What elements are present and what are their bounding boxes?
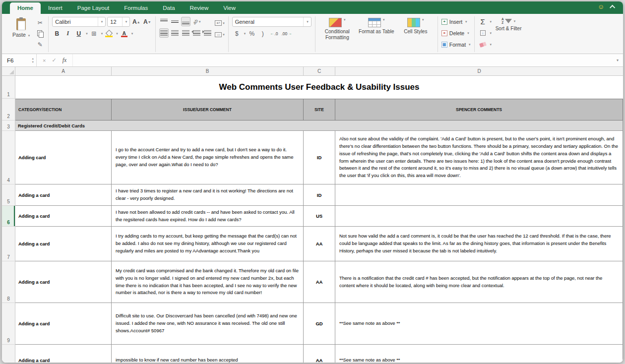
number-format-combo[interactable]: General ▾ bbox=[232, 17, 312, 27]
cut-icon[interactable]: ✂ bbox=[35, 18, 45, 27]
row-header-10[interactable]: 10 bbox=[2, 345, 15, 363]
grow-font-button[interactable]: A▲ bbox=[131, 17, 141, 27]
font-color-button[interactable]: A bbox=[120, 29, 129, 38]
tab-formulas[interactable]: Formulas bbox=[117, 2, 155, 14]
sort-filter-button[interactable]: AZ ▾ Sort & Filter bbox=[494, 17, 523, 31]
category-cell[interactable]: Adding a card bbox=[15, 184, 112, 206]
site-cell[interactable]: US bbox=[304, 206, 335, 227]
site-cell[interactable]: AA bbox=[304, 345, 335, 363]
column-header-b[interactable]: B bbox=[112, 67, 304, 75]
format-cells-button[interactable]: ▦ Format ▾ bbox=[441, 40, 471, 49]
sheet-title-cell[interactable]: Web Comments User Feedback & Usability I… bbox=[15, 76, 623, 99]
align-middle-button[interactable] bbox=[170, 17, 180, 26]
wrap-text-button[interactable]: ↩▾ bbox=[215, 18, 225, 28]
issue-cell[interactable]: I try adding cards to my account, but ke… bbox=[112, 227, 304, 261]
tab-home[interactable]: Home bbox=[10, 2, 41, 14]
accounting-dropdown-icon[interactable]: ▾ bbox=[244, 32, 246, 36]
accounting-format-button[interactable]: $ bbox=[232, 29, 242, 38]
percent-style-button[interactable]: % bbox=[247, 29, 256, 38]
tab-view[interactable]: View bbox=[216, 2, 243, 14]
site-cell[interactable]: GD bbox=[304, 303, 335, 345]
formula-bar-expand-icon[interactable]: ▾ bbox=[612, 54, 623, 66]
category-cell[interactable]: Adding a card bbox=[15, 303, 112, 345]
font-name-combo[interactable]: Calibri ▾ bbox=[52, 17, 106, 27]
format-painter-icon[interactable]: ✎ bbox=[35, 40, 45, 49]
underline-button[interactable]: U bbox=[74, 29, 83, 38]
category-cell[interactable]: Adding card bbox=[15, 131, 112, 184]
formula-input[interactable] bbox=[72, 54, 612, 66]
issue-cell[interactable]: I have tried 3 times to register a new c… bbox=[112, 184, 304, 206]
cancel-entry-icon[interactable]: × bbox=[43, 58, 46, 63]
merge-center-button[interactable]: ↔▾ bbox=[215, 30, 225, 39]
font-size-combo[interactable]: 12 ▾ bbox=[107, 17, 130, 27]
format-as-table-button[interactable]: ▾ Format as Table bbox=[358, 17, 395, 35]
site-cell[interactable]: AA bbox=[304, 261, 335, 303]
bold-button[interactable]: B bbox=[52, 29, 62, 38]
row-header-8[interactable]: 8 bbox=[2, 261, 15, 303]
comma-style-button[interactable]: ) bbox=[258, 29, 267, 38]
conditional-formatting-button[interactable]: ▾ Conditional Formatting bbox=[319, 17, 356, 41]
row-header-6-active[interactable]: 6 bbox=[2, 206, 15, 227]
comment-cell[interactable] bbox=[335, 206, 623, 227]
row-header-3[interactable]: 3 bbox=[2, 121, 15, 131]
row-header-4[interactable]: 4 bbox=[2, 131, 15, 184]
comment-cell[interactable] bbox=[335, 184, 623, 206]
align-right-button[interactable] bbox=[181, 28, 190, 38]
cell-styles-button[interactable]: ▾ Cell Styles bbox=[397, 17, 434, 35]
row-header-5[interactable]: 5 bbox=[2, 184, 15, 206]
site-cell[interactable]: ID bbox=[304, 131, 335, 184]
tab-data[interactable]: Data bbox=[155, 2, 182, 14]
tab-review[interactable]: Review bbox=[183, 2, 216, 14]
issue-cell[interactable]: Difficult site to use. Our Discovercard … bbox=[112, 303, 304, 345]
confirm-entry-icon[interactable]: ✓ bbox=[52, 57, 56, 63]
orientation-button[interactable]: ab▾ bbox=[192, 17, 201, 26]
comment-cell[interactable]: **See same note as above ** bbox=[335, 345, 623, 363]
tab-insert[interactable]: Insert bbox=[41, 2, 70, 14]
row-header-9[interactable]: 9 bbox=[2, 303, 15, 345]
fill-color-dropdown-icon[interactable]: ▾ bbox=[116, 32, 118, 36]
autosum-button[interactable]: Σ bbox=[478, 17, 488, 26]
paste-button[interactable]: Paste ▾ bbox=[9, 17, 33, 38]
decrease-indent-button[interactable] bbox=[192, 28, 201, 38]
borders-dropdown-icon[interactable]: ▾ bbox=[101, 32, 103, 36]
site-cell[interactable]: AA bbox=[304, 227, 335, 261]
fill-button[interactable]: ↓ bbox=[478, 28, 488, 38]
italic-button[interactable]: I bbox=[63, 29, 72, 38]
name-box-stepper[interactable]: ▲▼ bbox=[32, 57, 34, 63]
increase-decimal-button[interactable]: ←.0 bbox=[269, 31, 279, 36]
insert-function-icon[interactable]: fx bbox=[62, 57, 67, 64]
comment-cell[interactable]: There is a notification that the credit … bbox=[335, 261, 623, 303]
row-header-7[interactable]: 7 bbox=[2, 227, 15, 261]
header-cell-issue[interactable]: ISSUE/USER COMMENT bbox=[112, 99, 304, 121]
underline-dropdown-icon[interactable]: ▾ bbox=[86, 32, 88, 36]
header-cell-site[interactable]: SITE bbox=[304, 99, 335, 121]
issue-cell[interactable]: I have not been allowed to add credit ca… bbox=[112, 206, 304, 227]
shrink-font-button[interactable]: A▼ bbox=[142, 17, 152, 27]
comment-cell[interactable]: Not sure how valid the add a card commen… bbox=[335, 227, 623, 261]
align-left-button[interactable] bbox=[159, 28, 169, 38]
header-cell-category[interactable]: CATEGORY/SECTION bbox=[15, 99, 112, 121]
row-header-1[interactable]: 1 bbox=[2, 76, 15, 99]
site-cell[interactable]: ID bbox=[304, 184, 335, 206]
feedback-smiley-icon[interactable]: ☺ bbox=[598, 3, 604, 10]
align-center-button[interactable] bbox=[170, 28, 180, 38]
category-cell[interactable]: Adding a card bbox=[15, 227, 112, 261]
align-top-button[interactable] bbox=[159, 17, 169, 26]
comment-cell[interactable]: Also not sure about the validity of the … bbox=[335, 131, 623, 184]
fill-color-button[interactable] bbox=[104, 29, 114, 38]
copy-icon[interactable] bbox=[35, 29, 45, 38]
category-cell[interactable]: Adding a card bbox=[15, 206, 112, 227]
column-header-d[interactable]: D bbox=[335, 67, 623, 75]
select-all-corner[interactable] bbox=[2, 67, 15, 75]
issue-cell[interactable]: I go to the account Center and try to ad… bbox=[112, 131, 304, 184]
column-header-a[interactable]: A bbox=[15, 67, 112, 75]
issue-cell[interactable]: My credit card was compromised and the b… bbox=[112, 261, 304, 303]
issue-cell[interactable]: impossible to know if new card number ha… bbox=[112, 345, 304, 363]
row-header-2[interactable]: 2 bbox=[2, 99, 15, 121]
font-color-dropdown-icon[interactable]: ▾ bbox=[131, 32, 133, 36]
comment-cell[interactable]: **See same note as above ** bbox=[335, 303, 623, 345]
clear-button[interactable] bbox=[478, 40, 488, 49]
category-cell[interactable]: Adding a card bbox=[15, 261, 112, 303]
header-cell-comments[interactable]: SPENCER COMMENTS bbox=[335, 99, 623, 121]
increase-indent-button[interactable] bbox=[203, 28, 212, 38]
